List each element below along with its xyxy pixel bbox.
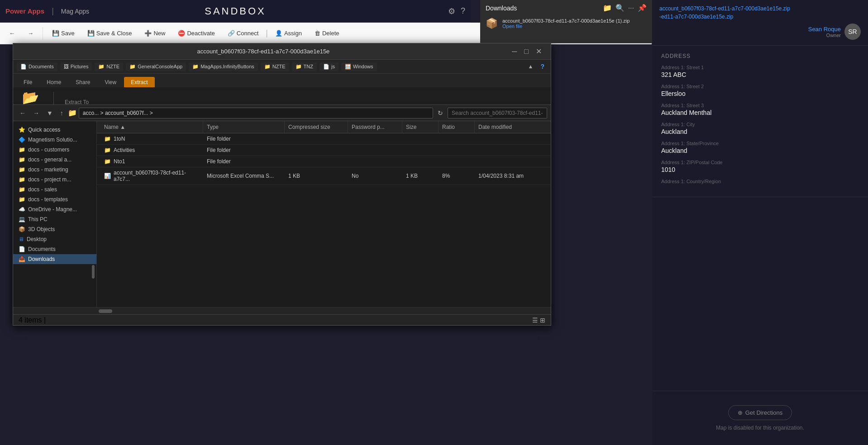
- assign-button[interactable]: 👤 Assign: [270, 27, 307, 39]
- minimize-button[interactable]: ─: [508, 46, 520, 57]
- save-button[interactable]: 💾 Save: [47, 27, 80, 39]
- file-size-csv: 1 KB: [402, 170, 439, 181]
- ribbon-tabs: File Home Share View Extract: [13, 74, 551, 87]
- sidebar-item-docs-marketing[interactable]: 📁 docs - marketing: [13, 165, 96, 175]
- nav-back-button[interactable]: ←: [17, 108, 29, 118]
- downloads-pin-button[interactable]: 📌: [638, 4, 647, 12]
- view-icons-button[interactable]: ⊞: [540, 317, 545, 324]
- deactivate-button[interactable]: ⛔ Deactivate: [172, 27, 220, 39]
- sidebar-item-3d-objects[interactable]: 📦 3D Objects: [13, 224, 96, 234]
- settings-icon[interactable]: ⚙: [448, 6, 455, 16]
- map-area: ⊕ Get Directions Map is disabled for thi…: [652, 391, 868, 445]
- docs-marketing-label: docs - marketing: [28, 166, 68, 173]
- help-icon[interactable]: ?: [461, 6, 465, 16]
- table-row[interactable]: 📁 Nto1 File folder: [97, 156, 551, 167]
- open-file-link[interactable]: Open file: [502, 24, 630, 29]
- nav-forward-button[interactable]: →: [30, 108, 42, 118]
- pin-generalconsole[interactable]: 📁 GeneralConsoleApp: [126, 62, 186, 71]
- downloads-item: 📦 account_b0607f03-78cf-ed11-a7c7-000d3a…: [480, 16, 652, 31]
- connect-button[interactable]: 🔗 Connect: [222, 27, 264, 39]
- pin-nzte2[interactable]: 📁 NZTE: [261, 62, 289, 71]
- pin-magapps[interactable]: 📁 MagApps.InfinityButtons: [189, 62, 258, 71]
- file-icon-activities: 📁: [104, 147, 111, 153]
- new-button[interactable]: ➕ New: [139, 27, 171, 39]
- search-input[interactable]: [448, 108, 547, 118]
- downloads-actions: 📁 🔍 ··· 📌: [603, 4, 647, 12]
- nav-up-button[interactable]: ↑: [57, 108, 66, 118]
- maximize-button[interactable]: □: [520, 46, 532, 57]
- downloads-title: Downloads: [486, 5, 599, 12]
- col-ratio[interactable]: Ratio: [439, 121, 475, 133]
- tab-file[interactable]: File: [17, 77, 39, 87]
- tab-extract[interactable]: Extract: [124, 77, 154, 87]
- sidebar-item-desktop[interactable]: 🖥 Desktop: [13, 234, 96, 244]
- table-row[interactable]: 📁 Activities File folder: [97, 145, 551, 156]
- col-size[interactable]: Size: [402, 121, 439, 133]
- docs-general-label: docs - general a...: [28, 156, 72, 163]
- ribbon-help-icon[interactable]: ?: [538, 62, 547, 71]
- view-details-button[interactable]: ☰: [532, 317, 538, 324]
- quick-access-label: Quick access: [28, 127, 60, 133]
- sidebar-item-docs-project[interactable]: 📁 docs - project m...: [13, 175, 96, 185]
- sidebar-item-docs-general[interactable]: 📁 docs - general a...: [13, 155, 96, 165]
- delete-icon: 🗑: [315, 30, 320, 37]
- docs-general-icon: 📁: [19, 156, 25, 163]
- refresh-button[interactable]: ↻: [435, 108, 446, 118]
- file-name-1ton: 1toN: [114, 136, 125, 142]
- horizontal-scrollbar[interactable]: [13, 307, 551, 314]
- downloads-more-button[interactable]: ···: [628, 4, 634, 12]
- save-close-button[interactable]: 💾 Save & Close: [82, 27, 138, 39]
- sidebar-item-docs-customers[interactable]: 📁 docs - customers: [13, 145, 96, 155]
- close-button[interactable]: ✕: [532, 45, 545, 57]
- file-ratio-csv: 8%: [439, 170, 475, 181]
- table-row[interactable]: 📊 account_b0607f03-78cf-ed11-a7c7... Mic…: [97, 167, 551, 185]
- sidebar-item-onedrive[interactable]: ☁️ OneDrive - Magne...: [13, 204, 96, 214]
- file-icon-nto1: 📁: [104, 158, 111, 165]
- address-section: ADDRESS Address 1: Street 1 321 ABC Addr…: [652, 46, 868, 197]
- address-input[interactable]: [79, 108, 433, 118]
- app-title: SANDBOX: [205, 5, 266, 17]
- back-button[interactable]: ←: [4, 27, 20, 39]
- sidebar-item-magnetism[interactable]: 🔷 Magnetism Solutio...: [13, 135, 96, 145]
- pin-documents[interactable]: 📄 Documents: [17, 62, 57, 71]
- docs-project-icon: 📁: [19, 176, 25, 183]
- sidebar-item-docs-templates[interactable]: 📁 docs - templates: [13, 194, 96, 204]
- col-modified[interactable]: Date modified: [475, 121, 547, 133]
- table-row[interactable]: 📁 1toN File folder: [97, 133, 551, 145]
- tab-home[interactable]: Home: [40, 77, 68, 87]
- sidebar-item-docs-sales[interactable]: 📁 docs - sales: [13, 185, 96, 194]
- col-compressed[interactable]: Compressed size: [285, 121, 348, 133]
- file-name-nto1: Nto1: [114, 158, 125, 165]
- tab-share[interactable]: Share: [69, 77, 97, 87]
- tab-view[interactable]: View: [98, 77, 123, 87]
- field-label-country: Address 1: Country/Region: [661, 179, 859, 184]
- pin-pictures[interactable]: 🖼 Pictures: [60, 62, 92, 71]
- pin-tnz[interactable]: 📁 TNZ: [292, 62, 317, 71]
- col-type[interactable]: Type: [203, 121, 285, 133]
- magnetism-icon: 🔷: [19, 137, 25, 143]
- sidebar-item-documents[interactable]: 📄 Documents: [13, 244, 96, 254]
- col-name[interactable]: Name ▲: [100, 121, 203, 133]
- field-label-street1: Address 1: Street 1: [661, 65, 859, 70]
- delete-button[interactable]: 🗑 Delete: [309, 27, 345, 39]
- get-directions-button[interactable]: ⊕ Get Directions: [728, 405, 792, 420]
- field-label-state: Address 1: State/Province: [661, 141, 859, 146]
- save-icon: 💾: [52, 30, 59, 37]
- pin-js[interactable]: 📄 js: [320, 62, 339, 71]
- folder-icon-nzte2: 📁: [264, 64, 271, 70]
- folder-icon-tnz: 📁: [296, 64, 302, 70]
- address-field-zip: Address 1: ZIP/Postal Code 1010: [661, 160, 859, 173]
- ribbon-expand-icon[interactable]: ▲: [525, 62, 536, 71]
- downloads-search-button[interactable]: 🔍: [615, 4, 625, 12]
- forward-button[interactable]: →: [22, 27, 39, 39]
- downloads-folder-button[interactable]: 📁: [603, 4, 612, 12]
- nav-recent-button[interactable]: ▼: [44, 108, 56, 118]
- explorer-title-bar: account_b0607f03-78cf-ed11-a7c7-000d3ae1…: [13, 43, 551, 60]
- sidebar-item-quick-access[interactable]: ⭐ Quick access: [13, 125, 96, 135]
- sidebar-item-this-pc[interactable]: 💻 This PC: [13, 214, 96, 224]
- sidebar-item-downloads[interactable]: 📥 Downloads: [13, 254, 96, 264]
- pin-nzte1[interactable]: 📁 NZTE: [95, 62, 123, 71]
- col-password[interactable]: Password p...: [348, 121, 402, 133]
- new-icon: ➕: [144, 30, 152, 37]
- pin-windows[interactable]: 🪟 Windows: [341, 62, 377, 71]
